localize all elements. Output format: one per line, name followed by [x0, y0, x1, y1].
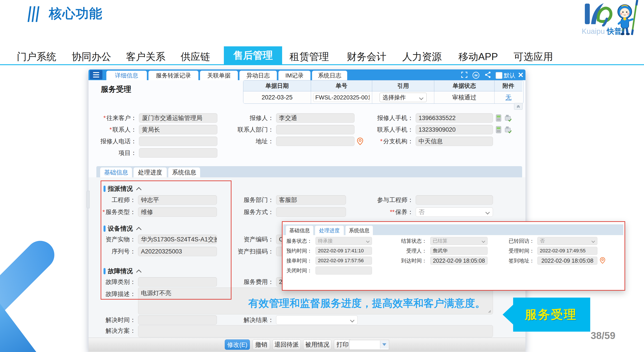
branch-input[interactable]: 中天信息 — [416, 137, 493, 146]
print-button[interactable]: 打印 — [334, 340, 351, 350]
order-time-input[interactable]: 2022-02-09 17:57:56 — [316, 257, 372, 265]
usage-button[interactable]: 被用情况 — [303, 340, 332, 350]
menu-hamburger-icon[interactable] — [90, 70, 102, 79]
nav-item-oa[interactable]: 协同办公 — [72, 50, 111, 63]
col-header-date: 单据日期 — [243, 80, 311, 91]
col-header-ref: 引用 — [372, 80, 434, 91]
chevron-down-icon — [419, 96, 424, 100]
address-input[interactable] — [276, 137, 354, 146]
fullscreen-icon[interactable] — [461, 71, 468, 78]
slide: 核心功能 Kuaipu 快普® 门户系统 协同办公 客户关系 供应链 售后管理 — [0, 0, 644, 352]
solve-plan-textarea[interactable] — [138, 325, 493, 337]
banner-arrow: 服务受理 — [502, 298, 590, 332]
nav-item-portal[interactable]: 门户系统 — [17, 50, 56, 63]
solve-time-input[interactable] — [138, 315, 217, 325]
co-engineer-input[interactable] — [416, 195, 493, 205]
chevron-down-icon — [350, 318, 354, 323]
accept-time-input[interactable]: 2022-02-09 17:49:55 — [537, 247, 598, 255]
nav-item-mobile[interactable]: 移动APP — [458, 50, 498, 63]
im-icon[interactable]: IM — [472, 71, 480, 79]
settle-status-value: 已结算 — [433, 238, 448, 244]
undo-button[interactable]: 撤销 — [252, 340, 270, 350]
service-status-select[interactable]: 待承接 — [316, 237, 372, 245]
default-checkbox[interactable] — [496, 72, 502, 79]
reporter-input[interactable]: 李交通 — [276, 113, 354, 123]
handler-input[interactable]: 詹武华 — [430, 247, 488, 255]
doc-number-input[interactable]: FWSL-20220325-001 — [313, 93, 370, 102]
reporter-mobile-input[interactable]: 13966335522 — [416, 113, 493, 123]
reporter-label: 报修人： — [206, 113, 274, 123]
solve-result-select[interactable] — [276, 315, 358, 325]
decor-triangle — [0, 304, 36, 352]
contact-label: 联系人： — [70, 125, 137, 134]
fax-send-icon[interactable] — [504, 126, 512, 133]
service-mode-input[interactable] — [276, 207, 346, 217]
contact-input[interactable]: 黄局长 — [139, 125, 217, 134]
close-time-input[interactable] — [316, 267, 372, 275]
logo-latin: Kuaipu — [582, 27, 605, 35]
collapse-toggle[interactable] — [514, 103, 522, 110]
revisit-select[interactable]: 否 — [537, 237, 598, 245]
double-chevron-up-icon — [516, 105, 520, 108]
col-header-number: 单号 — [311, 80, 372, 91]
toolbar-select[interactable] — [349, 340, 389, 350]
close-icon[interactable]: × — [518, 70, 523, 80]
appoint-time-label: 预约时间： — [276, 247, 312, 255]
attachment-link[interactable]: 无 — [506, 93, 512, 101]
inner-tab-system[interactable]: 系统信息 — [168, 167, 200, 177]
contact-mobile-label: 联系人手机： — [346, 125, 414, 134]
settle-status-label: 结算状态： — [391, 237, 427, 245]
phone-icon[interactable] — [496, 126, 502, 133]
tab-change-log[interactable]: 异动日志 — [240, 71, 277, 80]
contact-dept-input[interactable] — [276, 125, 354, 134]
customer-input[interactable]: 厦门市交通运输管理局 — [139, 113, 217, 123]
tab-detail-info[interactable]: 详细信息 — [106, 71, 147, 80]
nav-item-lease[interactable]: 租赁管理 — [290, 50, 329, 63]
doc-header-table: 单据日期 单号 引用 单据状态 附件 2022-03-25 FWSL-20220… — [243, 80, 524, 104]
service-status-value: 待承接 — [318, 238, 333, 244]
nav-item-hr[interactable]: 人力资源 — [402, 50, 442, 63]
resize-handle-icon[interactable] — [488, 310, 491, 313]
popup-tab-basic[interactable]: 基础信息 — [286, 226, 313, 235]
revisit-value: 否 — [540, 238, 545, 244]
arrive-time-input[interactable]: 2022-02-09 18:05:08 — [430, 257, 488, 265]
nav-item-aftersale-active[interactable]: 售后管理 — [224, 46, 282, 64]
ref-action-select[interactable]: 选择操作 — [380, 93, 427, 102]
fax-send-icon[interactable] — [504, 114, 512, 122]
project-input[interactable] — [139, 148, 217, 158]
inner-tab-progress[interactable]: 处理进度 — [134, 167, 167, 177]
order-time-label: 接单时间： — [276, 257, 312, 265]
address-label: 地址： — [206, 137, 274, 146]
highlight-box-sections — [100, 180, 232, 300]
page-number: 38/59 — [591, 330, 615, 341]
nav-item-crm[interactable]: 客户关系 — [126, 50, 165, 63]
tab-im-record[interactable]: IM记录 — [278, 71, 310, 80]
reporter-phone-label: 报修人电话： — [70, 137, 137, 146]
logo-reg: ® — [622, 28, 624, 32]
nav-item-optional[interactable]: 可选应用 — [514, 50, 553, 63]
tab-transfer-record[interactable]: 服务转派记录 — [148, 71, 198, 80]
return-button[interactable]: 退回待派 — [272, 340, 301, 350]
tab-system-log[interactable]: 系统日志 — [312, 71, 347, 80]
settle-status-select[interactable]: 已结算 — [430, 237, 488, 245]
modify-button[interactable]: 修改(E) — [225, 340, 250, 350]
inner-tab-basic[interactable]: 基础信息 — [100, 167, 132, 177]
service-dept-input[interactable]: 客服部 — [276, 195, 346, 205]
signin-address-input[interactable]: 2022-02-09 18:05:08 — [537, 257, 598, 265]
nav-item-scm[interactable]: 供应链 — [180, 50, 210, 63]
project-label: 项目： — [70, 148, 137, 158]
reporter-phone-input[interactable] — [139, 137, 217, 146]
nav-item-finance[interactable]: 财务会计 — [347, 50, 386, 63]
maintain-select[interactable]: 否 — [416, 207, 493, 217]
col-header-status: 单据状态 — [434, 80, 494, 91]
contact-mobile-input[interactable]: 13233909020 — [416, 125, 493, 134]
popup-tab-progress[interactable]: 处理进度 — [315, 226, 344, 235]
popup-tab-system[interactable]: 系统信息 — [346, 226, 373, 235]
share-icon[interactable] — [484, 71, 491, 78]
appoint-time-input[interactable]: 2022-02-09 17:41:10 — [316, 247, 372, 255]
handler-label: 受理人： — [391, 247, 427, 255]
location-pin-icon[interactable] — [600, 257, 606, 264]
tab-related-docs[interactable]: 关联单据 — [200, 71, 238, 80]
phone-icon[interactable] — [496, 114, 502, 122]
form-title: 服务受理 — [101, 84, 131, 94]
